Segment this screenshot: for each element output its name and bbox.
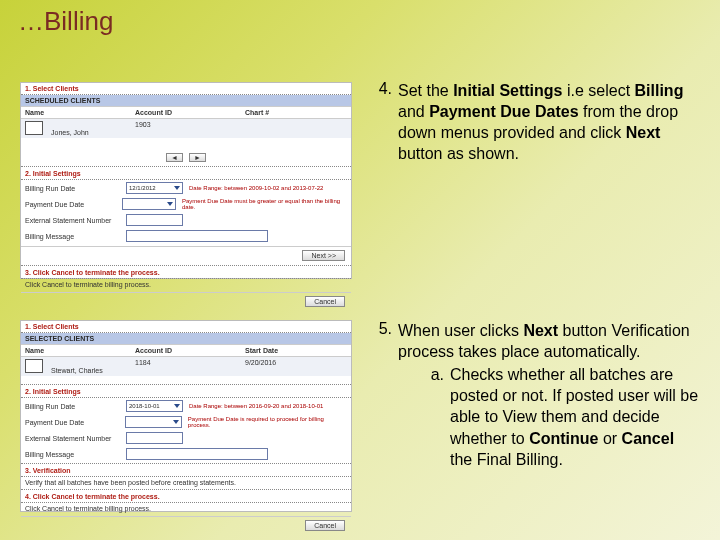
clients-bar: SCHEDULED CLIENTS (21, 95, 351, 106)
verify-note: Verify that all batches have been posted… (21, 477, 351, 488)
payment-date-row: Payment Due Date Payment Due Date is req… (21, 414, 351, 430)
label: Billing Run Date (25, 185, 120, 192)
checkbox-icon[interactable] (25, 121, 43, 135)
col-date: Start Date (241, 345, 351, 356)
col-name: Name (21, 107, 131, 118)
step-5: 5. When user clicks Next button Verifica… (362, 320, 700, 470)
label: Payment Due Date (25, 419, 119, 426)
t: 2018-10-01 (129, 403, 160, 409)
payment-date-row: Payment Due Date Payment Due Date must b… (21, 196, 351, 212)
footer-note: Click Cancel to terminate billing proces… (21, 279, 351, 290)
hint: Date Range: between 2009-10-02 and 2013-… (189, 185, 323, 191)
col-acct: Account ID (131, 345, 241, 356)
section-2-header: 2. Initial Settings (21, 168, 351, 180)
cell: 9/20/2016 (241, 357, 351, 376)
t: Initial Settings (453, 82, 562, 99)
label: Billing Message (25, 451, 120, 458)
billing-msg-input[interactable] (126, 230, 268, 242)
scroll-left-icon[interactable]: ◄ (166, 153, 183, 162)
scroll-right-icon[interactable]: ► (189, 153, 206, 162)
section-4-header: 4. Click Cancel to terminate the process… (21, 491, 351, 503)
section-1-header: 1. Select Clients (21, 321, 351, 333)
hint: Payment Due Date is required to proceed … (188, 416, 347, 428)
hint: Date Range: between 2016-09-20 and 2018-… (189, 403, 323, 409)
section-1-header: 1. Select Clients (21, 83, 351, 95)
label: Billing Run Date (25, 403, 120, 410)
t: i.e select (563, 82, 635, 99)
t: Jones, John (47, 127, 93, 138)
ext-stmt-row: External Statement Number (21, 212, 351, 228)
label: Payment Due Date (25, 201, 116, 208)
billing-date-dropdown[interactable]: 12/1/2012 (126, 182, 183, 194)
ext-stmt-row: External Statement Number (21, 430, 351, 446)
step-5-text: When user clicks Next button Verificatio… (398, 320, 700, 470)
col-chart: Chart # (241, 107, 351, 118)
step-5a-number: a. (420, 364, 450, 470)
screenshot-1: 1. Select Clients SCHEDULED CLIENTS Name… (20, 82, 352, 279)
step-5-number: 5. (362, 320, 398, 470)
t: Stewart, Charles (47, 365, 107, 376)
footer-note: Click Cancel to terminate billing proces… (21, 503, 351, 514)
ext-stmt-input[interactable] (126, 432, 183, 444)
t: the Final Billing. (450, 451, 563, 468)
billing-msg-row: Billing Message (21, 446, 351, 462)
ext-stmt-input[interactable] (126, 214, 183, 226)
payment-date-dropdown[interactable] (125, 416, 182, 428)
section-3-header: 3. Verification (21, 465, 351, 477)
billing-date-row: Billing Run Date 2018-10-01 Date Range: … (21, 398, 351, 414)
billing-msg-row: Billing Message (21, 228, 351, 244)
table-header: Name Account ID Start Date (21, 344, 351, 357)
page-title: …Billing (18, 6, 113, 37)
step-4-number: 4. (362, 80, 398, 164)
step-4-text: Set the Initial Settings i.e select Bill… (398, 80, 700, 164)
label: Billing Message (25, 233, 120, 240)
table-row: Stewart, Charles 1184 9/20/2016 (21, 357, 351, 376)
t: Next (626, 124, 661, 141)
cell: 1903 (131, 119, 241, 138)
step-5a-text: Checks whether all batches are posted or… (450, 364, 700, 470)
t: Continue (529, 430, 598, 447)
billing-date-dropdown[interactable]: 2018-10-01 (126, 400, 183, 412)
table-row: Jones, John 1903 (21, 119, 351, 138)
t: and (398, 103, 429, 120)
section-2-header: 2. Initial Settings (21, 386, 351, 398)
next-button[interactable]: Next >> (302, 250, 345, 261)
cancel-button[interactable]: Cancel (305, 520, 345, 531)
label: External Statement Number (25, 217, 120, 224)
cell: Stewart, Charles (21, 357, 131, 376)
step-4: 4. Set the Initial Settings i.e select B… (362, 80, 700, 164)
checkbox-icon[interactable] (25, 359, 43, 373)
table-header: Name Account ID Chart # (21, 106, 351, 119)
section-3-header: 3. Click Cancel to terminate the process… (21, 267, 351, 279)
t: Cancel (622, 430, 674, 447)
cancel-button[interactable]: Cancel (305, 296, 345, 307)
clients-bar: SELECTED CLIENTS (21, 333, 351, 344)
label: External Statement Number (25, 435, 120, 442)
t: Set the (398, 82, 453, 99)
col-name: Name (21, 345, 131, 356)
t: Billing (635, 82, 684, 99)
cell: 1184 (131, 357, 241, 376)
cell: Jones, John (21, 119, 131, 138)
billing-msg-input[interactable] (126, 448, 268, 460)
hint: Payment Due Date must be greater or equa… (182, 198, 347, 210)
t: 12/1/2012 (129, 185, 156, 191)
cell (241, 119, 351, 138)
payment-date-dropdown[interactable] (122, 198, 176, 210)
t: or (598, 430, 621, 447)
screenshot-2: 1. Select Clients SELECTED CLIENTS Name … (20, 320, 352, 512)
col-acct: Account ID (131, 107, 241, 118)
t: When user clicks (398, 322, 523, 339)
t: Payment Due Dates (429, 103, 578, 120)
t: button as shown. (398, 145, 519, 162)
t: Next (523, 322, 558, 339)
billing-date-row: Billing Run Date 12/1/2012 Date Range: b… (21, 180, 351, 196)
